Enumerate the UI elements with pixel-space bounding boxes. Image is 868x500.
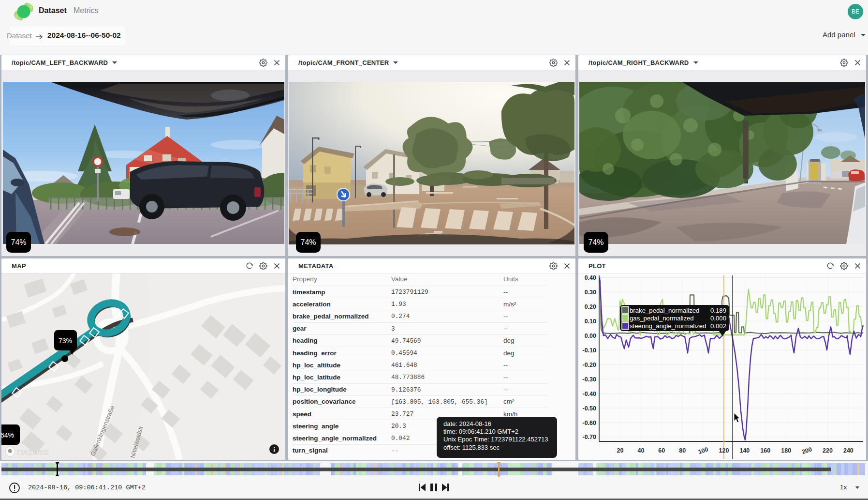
svg-text:0.002: 0.002	[710, 322, 726, 330]
svg-text:240: 240	[843, 447, 853, 454]
svg-text:160: 160	[760, 447, 770, 454]
svg-text:64%: 64%	[1, 431, 14, 439]
svg-text:mapbox: mapbox	[17, 447, 49, 456]
svg-text:120: 120	[719, 447, 729, 454]
svg-text:20: 20	[617, 447, 624, 454]
svg-text:40: 40	[637, 447, 644, 454]
svg-text:60: 60	[658, 447, 665, 454]
svg-text:0.00: 0.00	[585, 333, 596, 339]
svg-text:0.000: 0.000	[710, 315, 726, 322]
svg-text:0.189: 0.189	[710, 307, 726, 314]
svg-text:73%: 73%	[59, 337, 72, 345]
svg-text:220: 220	[823, 447, 833, 454]
svg-text:-0.40: -0.40	[583, 391, 597, 397]
svg-text:brake_pedal_normalized: brake_pedal_normalized	[630, 307, 699, 314]
svg-text:-0.30: -0.30	[583, 376, 597, 383]
svg-text:180: 180	[781, 447, 791, 454]
svg-text:80: 80	[679, 447, 686, 454]
svg-text:-0.50: -0.50	[583, 405, 597, 412]
svg-text:-0.20: -0.20	[583, 362, 597, 368]
svg-text:0.20: 0.20	[585, 303, 596, 310]
svg-text:0.10: 0.10	[585, 318, 596, 325]
svg-text:steering_angle_normalized: steering_angle_normalized	[630, 322, 706, 330]
svg-text:i: i	[273, 446, 275, 453]
svg-text:0.40: 0.40	[585, 274, 596, 281]
svg-text:-0.60: -0.60	[583, 420, 597, 426]
svg-text:-0.10: -0.10	[583, 347, 597, 354]
svg-text:140: 140	[739, 447, 750, 454]
svg-text:0.30: 0.30	[585, 289, 596, 296]
svg-text:gas_pedal_normalized: gas_pedal_normalized	[630, 315, 694, 322]
svg-text:-0.70: -0.70	[583, 434, 597, 440]
